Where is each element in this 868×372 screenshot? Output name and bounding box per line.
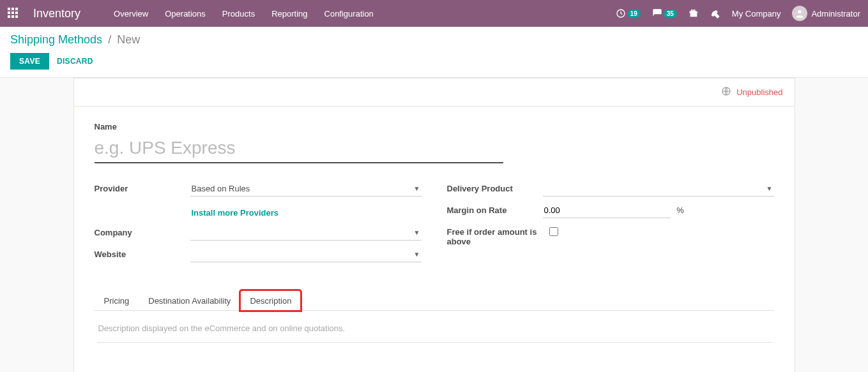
nav-operations[interactable]: Operations <box>165 9 206 19</box>
tab-content-description <box>95 311 774 361</box>
publish-toggle[interactable]: Unpublished <box>721 86 782 98</box>
breadcrumb-current: New <box>117 33 140 46</box>
free-amount-checkbox[interactable] <box>549 227 558 236</box>
provider-select[interactable] <box>190 181 422 197</box>
messages-icon[interactable]: 35 <box>652 8 677 19</box>
website-label: Website <box>95 247 190 259</box>
breadcrumb: Shipping Methods / New <box>10 33 858 47</box>
svg-point-1 <box>798 10 802 13</box>
user-menu[interactable]: Administrator <box>792 6 860 21</box>
name-label: Name <box>95 122 774 131</box>
description-input[interactable] <box>97 321 772 343</box>
company-select[interactable] <box>190 225 422 241</box>
globe-icon <box>721 86 731 98</box>
nav-menu: Overview Operations Products Reporting C… <box>114 9 374 19</box>
app-brand[interactable]: Inventory <box>33 7 80 20</box>
breadcrumb-parent[interactable]: Shipping Methods <box>10 33 102 46</box>
nav-configuration[interactable]: Configuration <box>324 9 374 19</box>
company-label: Company <box>95 225 190 237</box>
tab-pricing[interactable]: Pricing <box>95 290 139 311</box>
activities-badge: 19 <box>627 10 641 18</box>
install-providers-link[interactable]: Install more Providers <box>192 208 279 218</box>
free-amount-label: Free if order amount is above <box>447 225 549 246</box>
margin-input[interactable] <box>543 203 671 218</box>
margin-label: Margin on Rate <box>447 203 543 215</box>
apps-icon[interactable] <box>8 8 19 19</box>
tab-destination-availability[interactable]: Destination Availability <box>139 290 240 311</box>
discard-button[interactable]: Discard <box>57 57 93 66</box>
form-sheet: Unpublished Name Provider ▼ <box>73 78 795 372</box>
activities-icon[interactable]: 19 <box>616 8 641 19</box>
margin-unit: % <box>676 205 684 215</box>
name-input[interactable] <box>95 135 503 163</box>
notebook-tabs: Pricing Destination Availability Descrip… <box>95 290 774 311</box>
messages-badge: 35 <box>664 10 677 18</box>
delivery-product-label: Delivery Product <box>447 181 543 193</box>
avatar-icon <box>792 6 807 21</box>
delivery-product-select[interactable] <box>543 181 774 197</box>
provider-label: Provider <box>95 181 190 193</box>
control-panel: Shipping Methods / New Save Discard <box>0 27 868 78</box>
save-button[interactable]: Save <box>10 53 49 70</box>
tab-description[interactable]: Description <box>240 290 301 311</box>
nav-reporting[interactable]: Reporting <box>271 9 307 19</box>
top-navbar: Inventory Overview Operations Products R… <box>0 0 868 27</box>
tools-icon[interactable] <box>710 8 720 19</box>
statusbar: Unpublished <box>74 78 795 107</box>
publish-status-label: Unpublished <box>736 87 782 97</box>
company-selector[interactable]: My Company <box>732 9 781 19</box>
website-select[interactable] <box>190 247 422 262</box>
gift-icon[interactable] <box>689 8 699 19</box>
nav-overview[interactable]: Overview <box>114 9 148 19</box>
nav-products[interactable]: Products <box>222 9 255 19</box>
